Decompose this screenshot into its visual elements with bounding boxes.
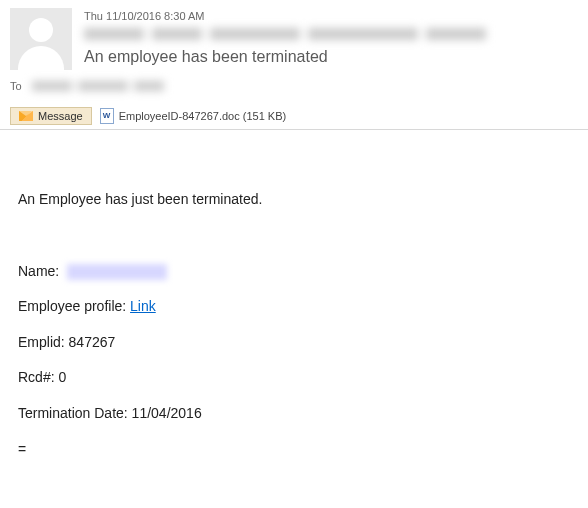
name-row: Name: [18, 262, 570, 282]
attachment-item[interactable]: EmployeeID-847267.doc (151 KB) [100, 108, 287, 124]
name-redacted [67, 264, 167, 280]
profile-row: Employee profile: Link [18, 297, 570, 317]
doc-icon [100, 108, 114, 124]
termdate-value: 11/04/2016 [132, 405, 202, 421]
rcd-label: Rcd#: [18, 369, 58, 385]
timestamp: Thu 11/10/2016 8:30 AM [84, 10, 578, 22]
message-tab[interactable]: Message [10, 107, 92, 125]
termdate-row: Termination Date: 11/04/2016 [18, 404, 570, 424]
envelope-icon [19, 111, 33, 121]
email-body: An Employee has just been terminated. Na… [0, 130, 588, 495]
emplid-row: Emplid: 847267 [18, 333, 570, 353]
profile-label: Employee profile: [18, 298, 130, 314]
avatar [10, 8, 72, 70]
to-row: To [0, 74, 588, 102]
profile-link[interactable]: Link [130, 298, 156, 314]
email-subject: An employee has been terminated [84, 48, 578, 66]
rcd-value: 0 [58, 369, 66, 385]
emplid-label: Emplid: [18, 334, 69, 350]
termdate-label: Termination Date: [18, 405, 132, 421]
message-tab-label: Message [38, 110, 83, 122]
attachment-filename: EmployeeID-847267.doc (151 KB) [119, 110, 287, 122]
to-redacted [32, 81, 164, 91]
email-header: Thu 11/10/2016 8:30 AM An employee has b… [0, 0, 588, 74]
footer-row: = [18, 440, 570, 460]
header-info: Thu 11/10/2016 8:30 AM An employee has b… [84, 8, 578, 70]
to-label: To [10, 80, 22, 92]
rcd-row: Rcd#: 0 [18, 368, 570, 388]
sender-redacted [84, 28, 578, 42]
attachment-bar: Message EmployeeID-847267.doc (151 KB) [0, 102, 588, 130]
name-label: Name: [18, 263, 59, 279]
body-intro: An Employee has just been terminated. [18, 190, 570, 210]
emplid-value: 847267 [69, 334, 116, 350]
